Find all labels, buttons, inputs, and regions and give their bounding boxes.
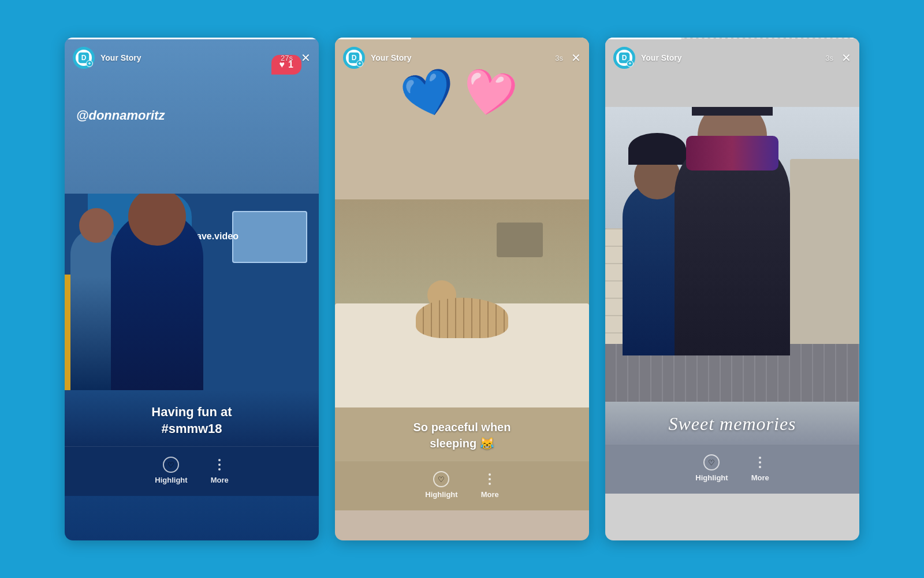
person3-hat2 — [692, 107, 773, 116]
story-card-1: D + Your Story 27s ✕ @donnamoritz ♥ 1 wa… — [65, 38, 319, 540]
heart-circle-1: ♡ — [163, 457, 179, 473]
person3-scarf — [686, 136, 778, 171]
progress-bar-3 — [605, 38, 859, 39]
progress-fill-1 — [65, 38, 319, 39]
card3-photo — [605, 107, 859, 402]
more-icon-1 — [211, 456, 228, 473]
person3-hat — [628, 133, 686, 165]
hearts-emoji-area: 💙 🩷 — [402, 72, 523, 116]
highlight-icon-1: ♡ — [162, 456, 180, 473]
person-right-figure — [111, 211, 203, 390]
card2-caption-area: So peaceful whensleeping 😹 — [335, 407, 589, 461]
wall-background — [335, 199, 589, 303]
story-header-2: D + Your Story 3s ✕ — [335, 41, 589, 75]
more-icon-3 — [751, 454, 769, 471]
avatar-inner-1: D + — [76, 50, 92, 66]
avatar-plus-icon-2: + — [356, 60, 363, 67]
avatar-inner-2: D + — [346, 50, 362, 66]
card2-actions: ♡ Highlight More — [335, 461, 589, 510]
avatar-plus-icon-3: + — [627, 60, 634, 67]
dot-3c — [759, 466, 761, 468]
svg-text:D: D — [352, 54, 357, 62]
highlight-label-2: Highlight — [425, 490, 457, 499]
dot-1b — [218, 464, 221, 466]
story-title-3: Your Story — [641, 53, 822, 62]
avatar-plus-icon: + — [86, 60, 93, 67]
avatar-2[interactable]: D + — [343, 47, 365, 69]
dot-2c — [489, 483, 491, 485]
wall-decoration — [497, 223, 543, 257]
avatar-1[interactable]: D + — [73, 47, 95, 69]
dots-1 — [218, 459, 221, 470]
card1-actions: ♡ Highlight More — [65, 446, 319, 496]
card3-actions: ♡ Highlight More — [605, 444, 859, 494]
more-button-3[interactable]: More — [751, 454, 769, 482]
story-card-3: D + Your Story 3s ✕ Sweet memories ♡ — [605, 38, 859, 540]
pink-heart-emoji: 🩷 — [459, 67, 520, 119]
story-title-1: Your Story — [100, 53, 277, 62]
more-label-3: More — [751, 473, 769, 482]
story-title-2: Your Story — [371, 53, 552, 62]
progress-bar-1 — [65, 38, 319, 39]
svg-text:D: D — [81, 54, 87, 62]
card1-caption-area: Having fun at#smmw18 — [65, 390, 319, 446]
more-label-1: More — [211, 476, 229, 484]
progress-bar-2 — [335, 38, 589, 39]
card3-caption-text: Sweet memories — [617, 413, 848, 435]
dot-3a — [759, 457, 761, 459]
highlight-icon-3: ♡ — [703, 454, 720, 471]
highlight-icon-2: ♡ — [433, 470, 450, 488]
card1-caption-text: Having fun at#smmw18 — [76, 404, 307, 437]
more-button-1[interactable]: More — [211, 456, 229, 484]
avatar-3[interactable]: D + — [613, 47, 635, 69]
heart-circle-2: ♡ — [433, 471, 449, 487]
dot-3b — [759, 461, 761, 464]
more-label-2: More — [481, 490, 499, 499]
dot-2a — [489, 473, 491, 476]
avatar-inner-3: D + — [616, 50, 632, 66]
card2-photo — [335, 199, 589, 407]
highlight-button-3[interactable]: ♡ Highlight — [695, 454, 728, 482]
close-button-3[interactable]: ✕ — [841, 52, 851, 64]
story-header-3: D + Your Story 3s ✕ — [605, 41, 859, 75]
heart-circle-3: ♡ — [703, 454, 720, 470]
progress-fill-3 — [605, 38, 681, 39]
person3-right-figure — [675, 136, 790, 355]
card3-caption-area: Sweet memories — [605, 402, 859, 444]
progress-fill-2 — [335, 38, 411, 39]
card1-photo: wave.video — [65, 194, 319, 390]
cat-stripes — [416, 298, 508, 338]
story-time-1: 27s — [281, 54, 293, 62]
story-header-1: D + Your Story 27s ✕ — [65, 41, 319, 75]
dot-1c — [218, 468, 221, 470]
highlight-button-1[interactable]: ♡ Highlight — [155, 456, 187, 484]
close-button-2[interactable]: ✕ — [571, 52, 581, 64]
dot-2b — [489, 478, 491, 480]
story-time-3: 3s — [825, 54, 833, 62]
more-icon-2 — [481, 470, 498, 488]
story-card-2: D + Your Story 3s ✕ 💙 🩷 So peaceful when… — [335, 38, 589, 540]
dots-2 — [489, 473, 491, 485]
mention-text-1: @donnamoritz — [76, 108, 165, 123]
cat-figure — [416, 298, 508, 338]
highlight-label-3: Highlight — [695, 473, 728, 482]
close-button-1[interactable]: ✕ — [301, 52, 311, 64]
story-time-2: 3s — [555, 54, 563, 62]
highlight-button-2[interactable]: ♡ Highlight — [425, 470, 457, 499]
highlight-label-1: Highlight — [155, 476, 187, 484]
more-button-2[interactable]: More — [481, 470, 499, 499]
dot-1a — [218, 459, 221, 461]
svg-text:D: D — [622, 54, 627, 62]
card2-caption-text: So peaceful whensleeping 😹 — [346, 419, 578, 451]
dots-3 — [759, 457, 761, 468]
